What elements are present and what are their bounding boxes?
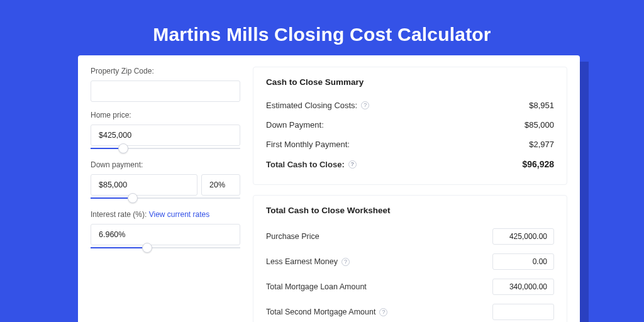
price-input[interactable]	[91, 125, 240, 146]
worksheet-row-mortgage-amount: Total Mortgage Loan Amount	[266, 274, 554, 299]
slider-thumb[interactable]	[128, 193, 138, 203]
price-label: Home price:	[91, 111, 240, 119]
summary-label: Down Payment:	[266, 120, 324, 130]
page-title: Martins Mills Closing Cost Calculator	[0, 0, 644, 45]
worksheet-heading: Total Cash to Close Worksheet	[266, 206, 554, 215]
help-icon[interactable]: ?	[341, 258, 350, 266]
down-field: Down payment:	[91, 160, 240, 201]
summary-card: Cash to Close Summary Estimated Closing …	[253, 67, 567, 185]
zip-field: Property Zip Code:	[91, 67, 240, 102]
slider-thumb[interactable]	[118, 143, 128, 153]
down-amount-input[interactable]	[91, 174, 197, 196]
summary-value: $2,977	[529, 140, 554, 149]
rate-label: Interest rate (%): View current rates	[91, 210, 240, 219]
worksheet-card: Total Cash to Close Worksheet Purchase P…	[253, 195, 567, 322]
summary-total-label: Total Cash to Close:	[266, 160, 345, 169]
worksheet-row-earnest-money: Less Earnest Money ?	[266, 249, 554, 274]
rate-slider[interactable]	[91, 245, 240, 251]
inputs-column: Property Zip Code: Home price: Down paym…	[91, 67, 240, 322]
help-icon[interactable]: ?	[348, 160, 357, 169]
worksheet-row-purchase-price: Purchase Price	[266, 224, 554, 249]
worksheet-row-second-mortgage: Total Second Mortgage Amount ?	[266, 299, 554, 322]
summary-value: $85,000	[525, 120, 554, 130]
rate-field: Interest rate (%): View current rates	[91, 210, 240, 251]
slider-fill	[91, 247, 147, 248]
zip-input[interactable]	[91, 80, 240, 102]
results-column: Cash to Close Summary Estimated Closing …	[253, 67, 567, 322]
rate-input[interactable]	[91, 224, 240, 245]
help-icon[interactable]: ?	[361, 101, 369, 109]
worksheet-value-input[interactable]	[492, 253, 554, 270]
zip-label: Property Zip Code:	[91, 67, 240, 75]
slider-fill	[91, 197, 133, 199]
summary-label: First Monthly Payment:	[266, 140, 350, 149]
summary-row-closing-costs: Estimated Closing Costs: ? $8,951	[266, 96, 554, 115]
summary-row-down-payment: Down Payment: $85,000	[266, 115, 554, 135]
view-rates-link[interactable]: View current rates	[149, 210, 210, 219]
summary-label: Estimated Closing Costs:	[266, 101, 357, 110]
price-slider[interactable]	[91, 145, 240, 152]
summary-row-total: Total Cash to Close: ? $96,928	[266, 154, 554, 174]
help-icon[interactable]: ?	[379, 308, 387, 316]
worksheet-value-input[interactable]	[492, 304, 554, 320]
slider-thumb[interactable]	[142, 243, 152, 253]
worksheet-label: Purchase Price	[266, 232, 319, 241]
summary-value: $8,951	[529, 101, 554, 110]
worksheet-value-input[interactable]	[492, 228, 554, 245]
summary-row-first-payment: First Monthly Payment: $2,977	[266, 135, 554, 154]
worksheet-label: Total Mortgage Loan Amount	[266, 282, 367, 291]
worksheet-label: Less Earnest Money	[266, 257, 338, 266]
worksheet-value-input[interactable]	[492, 279, 554, 295]
down-pct-input[interactable]	[201, 174, 240, 196]
calculator-panel: Property Zip Code: Home price: Down paym…	[78, 55, 580, 322]
down-label: Down payment:	[91, 160, 240, 169]
rate-label-text: Interest rate (%):	[91, 210, 149, 219]
summary-total-value: $96,928	[522, 159, 554, 169]
summary-heading: Cash to Close Summary	[266, 77, 554, 87]
price-field: Home price:	[91, 111, 240, 152]
worksheet-label: Total Second Mortgage Amount	[266, 308, 375, 316]
down-slider[interactable]	[91, 195, 240, 201]
